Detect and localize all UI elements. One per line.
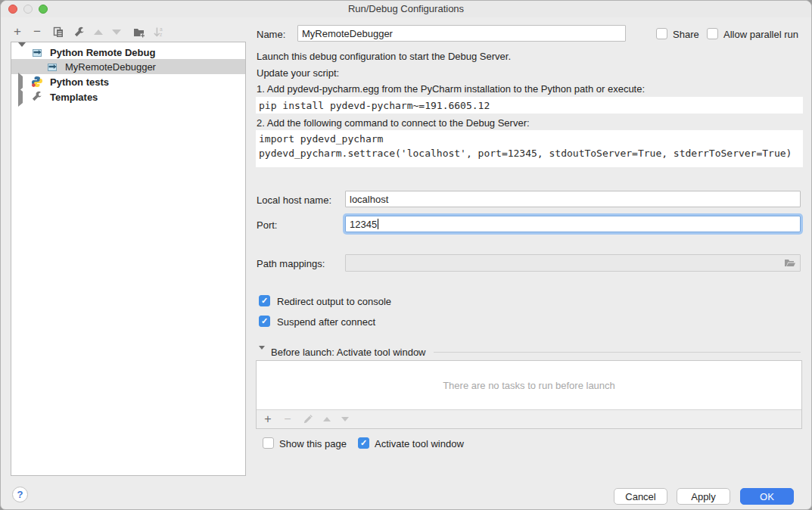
tree-item-python-remote-debug[interactable]: Python Remote Debug [11, 45, 245, 60]
activate-tool-window-label[interactable]: Activate tool window [375, 438, 464, 449]
intro-text-2: Update your script: [257, 67, 339, 79]
question-mark-icon: ? [17, 489, 23, 500]
sort-alphabetically-icon: az [151, 25, 165, 39]
ok-button[interactable]: OK [740, 488, 794, 505]
path-mappings-input[interactable] [345, 254, 801, 272]
tree-item-label[interactable]: MyRemoteDebugger [65, 61, 156, 73]
tree-item-myremotedebugger[interactable]: MyRemoteDebugger [11, 59, 245, 74]
port-label: Port: [257, 219, 277, 231]
add-configuration-icon[interactable]: + [11, 25, 24, 39]
check-icon: ✓ [261, 316, 268, 326]
name-label: Name: [257, 29, 285, 40]
remove-task-icon: − [281, 412, 294, 426]
chevron-right-icon[interactable] [18, 76, 23, 88]
svg-text:z: z [160, 32, 162, 37]
svg-text:a: a [160, 26, 163, 32]
settrace-code: import pydevd_pycharm pydevd_pycharm.set… [256, 130, 803, 167]
check-icon: ✓ [360, 438, 367, 448]
tree-item-python-tests[interactable]: Python tests [11, 74, 245, 89]
apply-button[interactable]: Apply [677, 488, 730, 505]
move-down-icon [110, 25, 123, 39]
suspend-after-connect-label[interactable]: Suspend after connect [277, 316, 375, 328]
allow-parallel-run-label[interactable]: Allow parallel run [723, 29, 798, 40]
text-caret [378, 219, 378, 229]
before-launch-collapse-icon[interactable] [259, 350, 265, 361]
tree-item-label[interactable]: Python tests [50, 76, 109, 88]
title-bar[interactable]: Run/Debug Configurations [1, 1, 811, 17]
copy-configuration-icon[interactable] [51, 25, 65, 39]
before-launch-task-list: There are no tasks to run before launch … [256, 360, 802, 429]
port-input[interactable]: 12345 [345, 216, 801, 232]
redirect-output-checkbox[interactable]: ✓ [259, 295, 270, 306]
remote-debug-icon [31, 46, 43, 58]
share-checkbox[interactable] [656, 28, 667, 39]
show-this-page-checkbox[interactable] [263, 437, 274, 449]
move-up-icon [92, 25, 105, 39]
share-label[interactable]: Share [673, 29, 699, 40]
settrace-code-line1: import pydevd_pycharm [259, 133, 383, 145]
local-host-name-input[interactable] [345, 191, 801, 207]
before-launch-header[interactable]: Before launch: Activate tool window [271, 347, 426, 358]
show-this-page-label[interactable]: Show this page [279, 438, 347, 449]
step1-text: 1. Add pydevd-pycharm.egg from the PyCha… [257, 83, 645, 95]
port-value: 12345 [350, 219, 377, 230]
add-task-icon[interactable]: + [261, 412, 275, 426]
edit-task-icon [300, 412, 314, 426]
settrace-code-line2: pydevd_pycharm.settrace('localhost', por… [259, 148, 792, 159]
help-button[interactable]: ? [12, 487, 28, 502]
tree-item-label[interactable]: Python Remote Debug [50, 47, 155, 58]
python-tests-icon [31, 76, 43, 88]
activate-tool-window-checkbox[interactable]: ✓ [358, 437, 369, 449]
task-list-toolbar: + − [257, 409, 801, 428]
intro-text-1: Launch this debug configuration to start… [257, 51, 511, 62]
local-host-name-label: Local host name: [257, 194, 331, 206]
name-input[interactable] [297, 25, 626, 42]
step2-text: 2. Add the following command to connect … [257, 117, 530, 129]
tree-item-templates[interactable]: Templates [11, 89, 245, 104]
chevron-down-icon[interactable] [18, 47, 26, 58]
redirect-output-label[interactable]: Redirect output to console [277, 296, 391, 307]
section-divider [434, 352, 801, 353]
configurations-tree: Python Remote Debug MyRemoteDebugger Pyt… [11, 42, 246, 476]
new-folder-icon[interactable] [132, 25, 146, 39]
allow-parallel-run-checkbox[interactable] [707, 28, 718, 39]
remote-debug-icon [46, 61, 58, 73]
suspend-after-connect-checkbox[interactable]: ✓ [259, 316, 270, 327]
cancel-button[interactable]: Cancel [614, 488, 667, 505]
window-title: Run/Debug Configurations [1, 3, 811, 14]
edit-templates-icon[interactable] [72, 25, 86, 39]
wrench-icon [31, 91, 43, 103]
path-mappings-label: Path mappings: [257, 258, 325, 269]
empty-task-list-text: There are no tasks to run before launch [257, 361, 801, 409]
pip-install-code: pip install pydevd-pycharm~=191.6605.12 [256, 97, 803, 114]
remove-configuration-icon[interactable]: − [30, 25, 44, 39]
open-folder-icon[interactable] [784, 257, 796, 269]
run-debug-configurations-dialog: Run/Debug Configurations + − az Python R… [0, 0, 812, 510]
check-icon: ✓ [261, 296, 268, 306]
move-task-down-icon [338, 412, 352, 426]
move-task-up-icon [320, 412, 334, 426]
tree-item-label[interactable]: Templates [50, 92, 98, 103]
chevron-right-icon[interactable] [18, 92, 23, 103]
